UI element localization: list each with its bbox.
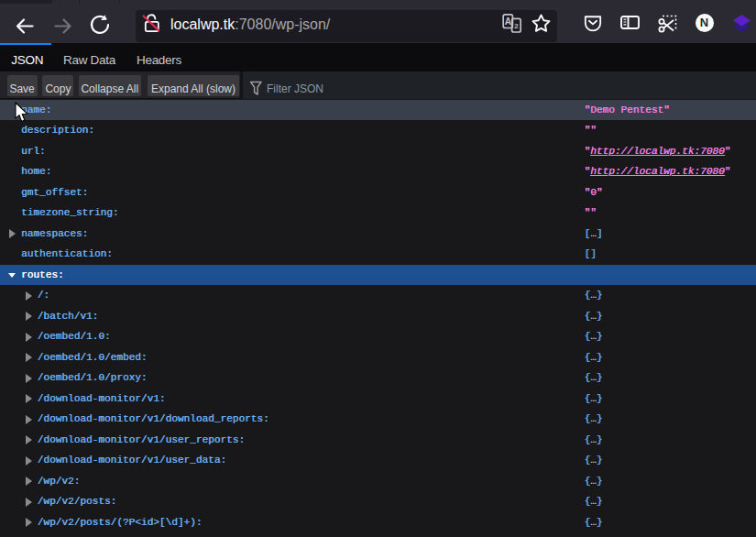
svg-text:2: 2 — [514, 21, 519, 29]
svg-text:A: A — [505, 16, 511, 26]
